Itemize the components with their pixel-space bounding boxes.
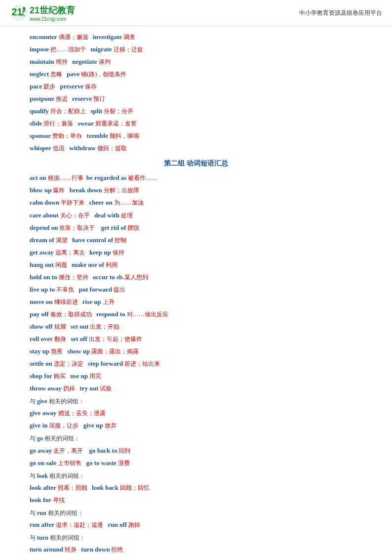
go-1: go away 走开，离开 go back to 回到 — [30, 445, 362, 457]
phrase-7: get away 远离；离去 keep up 保持 — [30, 247, 362, 258]
look-group: 与 look 相关的词组： look after 照看；照顾 look back… — [30, 470, 362, 506]
phrase-14: roll over 翻身 set off 出发；引起；使爆炸 — [30, 333, 362, 345]
word-line-9: sponsor 赞助；举办 tremble 颤抖，哆嗦 — [30, 130, 362, 142]
give-group-title: 与 give 相关的词组： — [30, 396, 362, 407]
logo-icon: 21 — [10, 4, 28, 22]
give-group: 与 give 相关的词组： give away 赠送；丢失；泄露 give in… — [30, 396, 362, 431]
word-line-5: pace 踱步 preserve 保存 — [30, 81, 362, 92]
word-list: encounter 偶遇；邂逅 investigate 调查 impose 把…… — [30, 31, 362, 154]
phrase-11: move on 继续前进 rise up 上升 — [30, 296, 362, 308]
phrase-15: stay up 熬夜 show up 露面；露出；揭露 — [30, 345, 362, 357]
word-line-10: whisper 低语 withdraw 撤回；提取 — [30, 142, 362, 154]
phrase-3: calm down 平静下来 cheer on 为……加油 — [30, 197, 362, 209]
logo-name: 21世纪教育 — [30, 5, 75, 15]
phrase-18: throw away 扔掉 try out 试验 — [30, 383, 362, 394]
word-line-6: postpone 推迟 reserve 预订 — [30, 93, 362, 105]
site-title: 中小学教育资源及组卷应用平台 — [299, 9, 382, 17]
look-group-title: 与 look 相关的词组： — [30, 470, 362, 481]
word-line-2: impose 把……强加于 migrate 迁移；迁徙 — [30, 43, 362, 55]
turn-group-title: 与 turn 相关的词组： — [30, 532, 362, 543]
svg-text:21: 21 — [12, 6, 23, 17]
main-content: encounter 偶遇；邂逅 investigate 调查 impose 把…… — [0, 26, 392, 555]
word-line-4: neglect 忽略 pave 铺(路)，创造条件 — [30, 68, 362, 80]
go-group: 与 go 相关的词组： go away 走开，离开 go back to 回到 … — [30, 433, 362, 469]
phrase-1: act on 根据……行事 be regarded as 被看作…… — [30, 172, 362, 184]
phrase-list: act on 根据……行事 be regarded as 被看作…… blow … — [30, 172, 362, 394]
go-group-title: 与 go 相关的词组： — [30, 433, 362, 444]
look-2: look for 寻找 — [30, 494, 362, 506]
phrase-8: hang out 闲逛 make use of 利用 — [30, 259, 362, 271]
section2-title: 第二组 动词短语汇总 — [30, 157, 362, 170]
word-line-8: slide 滑行；衰落 swear 郑重承诺；发誓 — [30, 118, 362, 129]
phrase-16: settle on 选定；决定 step forward 前进；站出来 — [30, 358, 362, 370]
run-group-title: 与 run 相关的词组： — [30, 508, 362, 518]
phrase-10: live up to 不辜负 put forward 提出 — [30, 284, 362, 296]
phrase-2: blow up 爆炸 break down 分解；出故障 — [30, 184, 362, 196]
word-line-3: maintain 维持 negotiate 谈判 — [30, 56, 362, 68]
page-header: 21 21世纪教育 www.21cnjy.com 中小学教育资源及组卷应用平台 — [0, 0, 392, 26]
phrase-12: pay off 奏效；取得成功 respond to 对……做出反应 — [30, 308, 362, 320]
phrase-17: shop for 购买 use up 用完 — [30, 370, 362, 382]
svg-point-2 — [23, 7, 25, 9]
word-line-1: encounter 偶遇；邂逅 investigate 调查 — [30, 31, 362, 43]
run-1: run after 追求；追赶；追逐 run off 跑掉 — [30, 519, 362, 531]
word-line-7: qualify 符合；配得上 split 分裂；分开 — [30, 105, 362, 117]
look-1: look after 照看；照顾 look back 回顾；回忆 — [30, 482, 362, 494]
phrase-9: hold on to 抓住；坚持 occur to sb.某人想到 — [30, 271, 362, 283]
logo-url: www.21cnjy.com — [30, 16, 75, 22]
phrase-6: dream of 渴望 have control of 控制 — [30, 234, 362, 246]
phrase-4: care about 关心；在乎 deal with 处理 — [30, 210, 362, 221]
logo-area: 21 21世纪教育 www.21cnjy.com — [10, 4, 75, 22]
give-1: give away 赠送；丢失；泄露 — [30, 407, 362, 419]
run-group: 与 run 相关的词组： run after 追求；追赶；追逐 run off … — [30, 508, 362, 531]
give-2: give in 屈服，让步 give up 放弃 — [30, 420, 362, 431]
turn-1: turn around 转身 turn down 拒绝 — [30, 544, 362, 555]
phrase-13: show off 炫耀 set out 出发；开始 — [30, 321, 362, 333]
turn-group: 与 turn 相关的词组： turn around 转身 turn down 拒… — [30, 532, 362, 555]
go-2: go on sale 上市销售 go to waste 浪费 — [30, 457, 362, 469]
phrase-5: depend on 依靠；取决于 get rid of 摆脱 — [30, 222, 362, 234]
